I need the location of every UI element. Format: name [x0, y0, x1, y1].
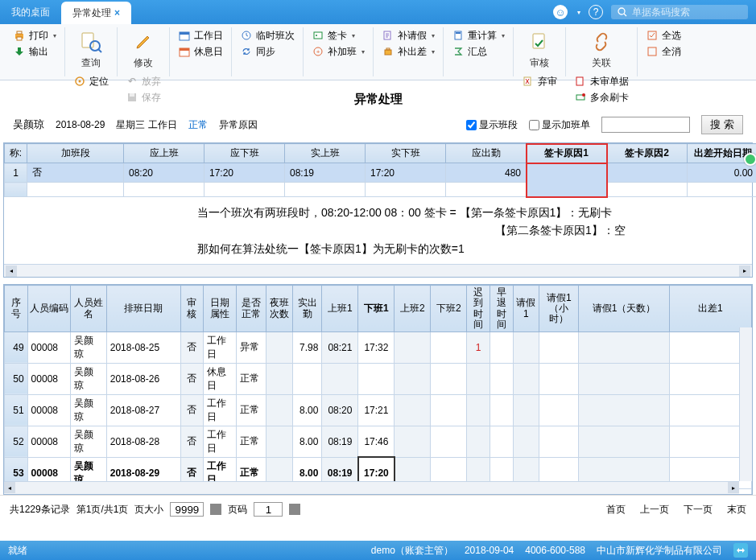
- sync-button[interactable]: 同步: [237, 43, 298, 60]
- table-cell[interactable]: [513, 426, 539, 457]
- g1-h7[interactable]: 签卡原因1: [527, 144, 607, 163]
- deselectall-button[interactable]: 全消: [642, 43, 684, 60]
- g1-c4[interactable]: 08:19: [285, 163, 366, 183]
- table-cell[interactable]: 工作日: [204, 394, 237, 426]
- table-cell[interactable]: [395, 363, 431, 394]
- table-row[interactable]: 5100008吴颜琼2018-08-27否工作日正常8.0008:2017:21: [5, 394, 752, 426]
- g2-h-leaved[interactable]: 请假1（天数）: [579, 286, 669, 332]
- table-cell[interactable]: 08:19: [322, 426, 358, 457]
- makeup-ot-button[interactable]: +补加班▾: [308, 43, 368, 60]
- table-cell[interactable]: [467, 394, 490, 426]
- user-smile-icon[interactable]: ☺: [553, 5, 568, 19]
- g1-c9[interactable]: 0.00: [688, 163, 757, 183]
- reject-button[interactable]: 弃审: [518, 73, 560, 89]
- page-no-input[interactable]: [254, 502, 283, 517]
- scroll-right-icon[interactable]: ▸: [739, 266, 750, 277]
- table-cell[interactable]: [266, 394, 292, 426]
- show-ot-checkbox[interactable]: 显示加班单: [529, 118, 590, 132]
- g2-h-isnormal[interactable]: 是否正常: [237, 286, 266, 332]
- g1-h1[interactable]: 加班段: [27, 144, 124, 163]
- table-cell[interactable]: [431, 331, 467, 363]
- scroll-left-icon[interactable]: ◂: [6, 266, 17, 277]
- g2-h-audit[interactable]: 审核: [180, 286, 204, 332]
- g2-h-nightcnt[interactable]: 夜班次数: [266, 286, 292, 332]
- table-cell[interactable]: 49: [5, 331, 28, 363]
- pager-prev[interactable]: 上一页: [640, 503, 669, 517]
- table-cell[interactable]: [395, 331, 431, 363]
- chevron-down-icon[interactable]: ▾: [577, 9, 580, 16]
- table-cell[interactable]: 51: [5, 394, 28, 426]
- g2-h-leave1[interactable]: 请假1: [513, 286, 539, 332]
- table-cell[interactable]: [431, 394, 467, 426]
- table-cell[interactable]: [266, 363, 292, 394]
- table-cell[interactable]: [322, 363, 358, 394]
- table-cell[interactable]: [431, 363, 467, 394]
- table-cell[interactable]: 17:21: [358, 394, 395, 426]
- export-button[interactable]: 输出: [10, 43, 60, 60]
- table-cell[interactable]: 08:20: [322, 394, 358, 426]
- g2-h-off2[interactable]: 下班2: [431, 286, 467, 332]
- show-shift-checkbox[interactable]: 显示班段: [466, 118, 518, 132]
- table-cell[interactable]: [358, 363, 395, 394]
- table-cell[interactable]: [539, 331, 579, 363]
- show-shift-input[interactable]: [466, 120, 477, 130]
- table-cell[interactable]: 吴颜琼: [70, 363, 106, 394]
- help-icon[interactable]: ?: [589, 5, 603, 19]
- pager-first[interactable]: 首页: [606, 503, 626, 517]
- table-cell[interactable]: 8.00: [292, 394, 322, 426]
- makeup-trip-button[interactable]: 补出差▾: [378, 43, 438, 60]
- modify-button[interactable]: 修改: [122, 27, 164, 72]
- table-cell[interactable]: [467, 426, 490, 457]
- table-cell[interactable]: 50: [5, 363, 28, 394]
- search-condition-input[interactable]: [601, 117, 690, 133]
- help-tip-icon[interactable]: [744, 153, 756, 166]
- table-cell[interactable]: 2018-08-28: [106, 426, 180, 457]
- g2-h-on2[interactable]: 上班2: [395, 286, 431, 332]
- g2-hscroll[interactable]: ◂▸: [4, 481, 739, 494]
- table-cell[interactable]: [539, 426, 579, 457]
- g1-h6[interactable]: 应出勤: [446, 144, 527, 163]
- table-cell[interactable]: [395, 394, 431, 426]
- table-cell[interactable]: [513, 331, 539, 363]
- scroll-right-icon[interactable]: ▸: [728, 482, 739, 493]
- g1-c7[interactable]: [527, 163, 607, 197]
- g1-h3[interactable]: 应下班: [204, 144, 285, 163]
- page-size-go-button[interactable]: [210, 504, 221, 515]
- table-cell[interactable]: 17:46: [358, 426, 395, 457]
- g1-c6[interactable]: 480: [446, 163, 527, 183]
- table-cell[interactable]: 否: [180, 394, 204, 426]
- table-cell[interactable]: 工作日: [204, 331, 237, 363]
- g2-h-trip1[interactable]: 出差1: [669, 286, 751, 332]
- g2-h-empname[interactable]: 人员姓名: [70, 286, 106, 332]
- tempshift-button[interactable]: 临时班次: [237, 27, 298, 43]
- table-cell[interactable]: 否: [180, 363, 204, 394]
- g1-c8[interactable]: [607, 163, 688, 183]
- table-cell[interactable]: 00008: [27, 363, 70, 394]
- g2-h-seq[interactable]: 序号: [5, 286, 28, 332]
- link-button[interactable]: 关联: [571, 27, 632, 72]
- table-cell[interactable]: [539, 363, 579, 394]
- table-cell[interactable]: 2018-08-27: [106, 394, 180, 426]
- query-button[interactable]: 查询: [70, 27, 112, 72]
- g2-h-on1[interactable]: 上班1: [322, 286, 358, 332]
- locate-button[interactable]: 定位: [70, 73, 112, 89]
- table-row[interactable]: 5000008吴颜琼2018-08-26否休息日正常: [5, 363, 752, 394]
- audit-button[interactable]: 审核: [518, 27, 560, 72]
- g1-c3[interactable]: 17:20: [204, 163, 285, 183]
- table-cell[interactable]: [266, 331, 292, 363]
- table-cell[interactable]: [467, 363, 490, 394]
- table-cell[interactable]: 休息日: [204, 363, 237, 394]
- g1-hscroll[interactable]: ◂▸: [4, 264, 752, 277]
- g2-h-leaveh[interactable]: 请假1（小时）: [539, 286, 579, 332]
- table-cell[interactable]: 08:21: [322, 331, 358, 363]
- table-cell[interactable]: 否: [180, 426, 204, 457]
- g2-h-empid[interactable]: 人员编码: [27, 286, 70, 332]
- table-cell[interactable]: 正常: [237, 363, 266, 394]
- barcode-search-input[interactable]: [632, 6, 737, 18]
- table-cell[interactable]: [490, 394, 513, 426]
- table-cell[interactable]: [513, 363, 539, 394]
- sign-button[interactable]: 签卡▾: [308, 27, 368, 43]
- tab-desktop[interactable]: 我的桌面: [0, 0, 61, 24]
- g2-h-earlymin[interactable]: 早退时间: [490, 286, 513, 332]
- g1-h8[interactable]: 签卡原因2: [607, 144, 688, 163]
